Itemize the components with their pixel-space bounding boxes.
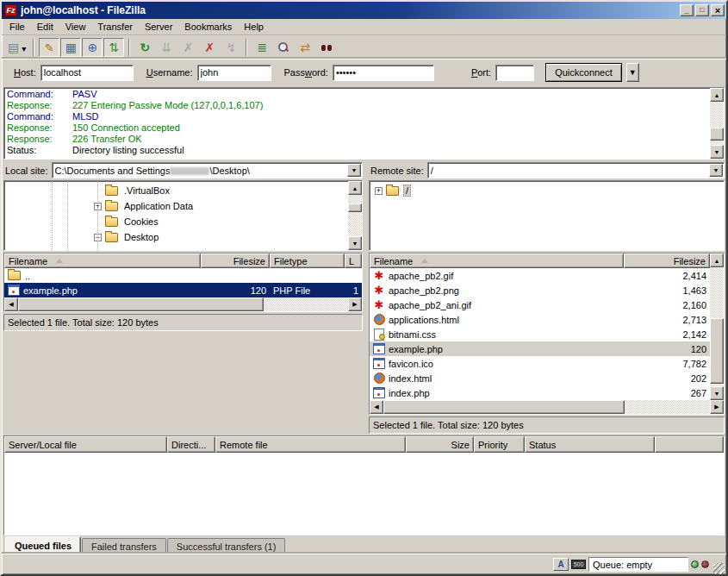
site-manager-button[interactable] (5, 38, 28, 57)
filezilla-app-icon[interactable]: Fz (4, 4, 17, 16)
disconnect-button[interactable] (199, 38, 220, 57)
column-header-status[interactable]: Status (525, 436, 655, 453)
column-header-filesize[interactable]: Filesize (201, 254, 270, 268)
synchronized-browsing-button[interactable] (295, 38, 315, 57)
table-row-updir[interactable]: .. (4, 268, 362, 283)
username-input[interactable] (197, 65, 271, 81)
menu-bookmarks[interactable]: Bookmarks (178, 20, 238, 34)
scroll-left-arrow[interactable]: ◀ (370, 400, 383, 414)
minimize-button[interactable]: _ (680, 4, 694, 16)
tab-failed-transfers[interactable]: Failed transfers (82, 538, 166, 554)
table-row[interactable]: apache_pb2.gif2,414 (370, 268, 710, 283)
local-site-combo[interactable]: C:\Documents and Settings\Desktop\ ▼ (52, 162, 363, 178)
combo-dropdown-button[interactable]: ▼ (347, 164, 361, 177)
scroll-up-arrow[interactable]: ▲ (348, 181, 362, 195)
tab-successful-transfers[interactable]: Successful transfers (1) (167, 538, 286, 554)
toggle-remote-tree-button[interactable] (82, 38, 103, 57)
refresh-button[interactable] (134, 38, 155, 57)
tree-item-cookies[interactable]: Cookies (4, 214, 348, 229)
column-header-direction[interactable]: Directi... (167, 436, 215, 453)
remote-vertical-scrollbar[interactable]: ▲ ▼ (710, 254, 724, 400)
scroll-right-arrow[interactable]: ▶ (348, 297, 362, 311)
title-bar[interactable]: Fz john@localhost - FileZilla _ □ × (2, 2, 726, 19)
find-files-button[interactable] (316, 38, 337, 57)
combo-dropdown-button[interactable]: ▼ (709, 164, 723, 177)
scroll-down-arrow[interactable]: ▼ (348, 236, 362, 250)
menu-edit[interactable]: Edit (31, 20, 59, 34)
scroll-right-arrow[interactable]: ▶ (710, 400, 724, 414)
reconnect-button[interactable] (221, 38, 241, 57)
scroll-up-arrow[interactable]: ▲ (710, 254, 724, 267)
column-header-modified[interactable]: L (345, 254, 362, 268)
log-line: Command:PASV (7, 89, 710, 100)
local-list-body[interactable]: .. example.php 120 PHP File 1 (4, 268, 362, 297)
column-header-filetype[interactable]: Filetype (270, 254, 345, 268)
scrollbar-thumb[interactable] (710, 318, 724, 385)
table-row-example-php[interactable]: example.php 120 PHP File 1 (4, 283, 362, 297)
column-header-filename[interactable]: Filename (4, 254, 201, 268)
scrollbar-thumb[interactable] (710, 128, 724, 141)
queue-body[interactable] (4, 453, 724, 535)
column-header-size[interactable]: Size (406, 436, 474, 453)
quickconnect-bar: Host: Username: Password: Port: Quickcon… (2, 59, 726, 85)
tab-queued-files[interactable]: Queued files (5, 536, 81, 554)
scrollbar-thumb[interactable] (348, 203, 362, 212)
tree-item-root[interactable]: + / (370, 183, 724, 198)
port-input[interactable] (495, 65, 534, 81)
column-header-filesize[interactable]: Filesize (624, 254, 710, 268)
column-header-priority[interactable]: Priority (474, 436, 525, 453)
scroll-left-arrow[interactable]: ◀ (4, 297, 18, 311)
column-header-server-local-file[interactable]: Server/Local file (4, 436, 167, 453)
menu-transfer[interactable]: Transfer (91, 20, 139, 34)
log-vertical-scrollbar[interactable]: ▲ ▼ (710, 88, 724, 159)
remote-horizontal-scrollbar[interactable]: ◀ ▶ (370, 400, 724, 414)
close-button[interactable]: × (711, 4, 725, 16)
host-input[interactable] (40, 65, 134, 81)
toggle-message-log-button[interactable] (39, 38, 59, 57)
toggle-local-tree-button[interactable] (60, 38, 81, 57)
menu-file[interactable]: File (3, 20, 31, 34)
table-row[interactable]: apache_pb2_ani.gif2,160 (370, 297, 710, 312)
table-row[interactable]: applications.html2,713 (370, 312, 710, 327)
password-input[interactable] (333, 65, 434, 81)
local-horizontal-scrollbar[interactable]: ◀ ▶ (4, 297, 362, 311)
tree-item-desktop[interactable]: − Desktop (4, 229, 348, 245)
speed-limit-icon[interactable]: 500 (571, 560, 586, 569)
menu-view[interactable]: View (59, 20, 92, 34)
local-tree-body[interactable]: .VirtualBox + Application Data Cookies − (4, 181, 348, 250)
scrollbar-thumb[interactable] (383, 400, 625, 414)
magnifier-icon (277, 41, 289, 53)
table-row-selected[interactable]: example.php120 (370, 341, 710, 356)
local-tree-vertical-scrollbar[interactable]: ▲ ▼ (348, 181, 362, 250)
table-row[interactable]: bitnami.css2,142 (370, 327, 710, 341)
scroll-up-arrow[interactable]: ▲ (710, 88, 724, 102)
column-header-remote-file[interactable]: Remote file (215, 436, 406, 453)
remote-site-combo[interactable]: / ▼ (427, 162, 725, 178)
toggle-queue-button[interactable] (103, 38, 124, 57)
directory-filters-button[interactable] (252, 38, 272, 57)
process-queue-button[interactable] (156, 38, 177, 57)
table-row[interactable]: apache_pb2.png1,463 (370, 283, 710, 297)
scrollbar-thumb[interactable] (18, 297, 264, 311)
resize-grip[interactable] (713, 563, 725, 574)
directory-comparison-button[interactable] (273, 38, 294, 57)
column-header-filename[interactable]: Filename (370, 254, 624, 268)
pane-splitter[interactable] (363, 161, 369, 434)
tree-item-virtualbox[interactable]: .VirtualBox (4, 183, 348, 198)
remote-list-body[interactable]: apache_pb2.gif2,414 apache_pb2.png1,463 … (370, 268, 710, 400)
menu-help[interactable]: Help (238, 20, 270, 34)
cancel-operation-button[interactable] (177, 38, 198, 57)
tree-item-application-data[interactable]: + Application Data (4, 198, 348, 214)
expand-plus-icon[interactable]: + (375, 187, 383, 195)
table-row[interactable]: index.html202 (370, 371, 710, 385)
data-type-indicator-icon[interactable]: A (553, 558, 569, 571)
table-row[interactable]: favicon.ico7,782 (370, 356, 710, 371)
scroll-down-arrow[interactable]: ▼ (710, 145, 724, 159)
maximize-button[interactable]: □ (695, 4, 709, 16)
quickconnect-button[interactable]: Quickconnect (545, 63, 622, 82)
menu-server[interactable]: Server (139, 20, 178, 34)
scroll-down-arrow[interactable]: ▼ (710, 386, 724, 400)
quickconnect-dropdown-button[interactable]: ▼ (626, 63, 639, 82)
table-row[interactable]: index.php267 (370, 385, 710, 400)
remote-tree-body[interactable]: + / (370, 181, 724, 250)
